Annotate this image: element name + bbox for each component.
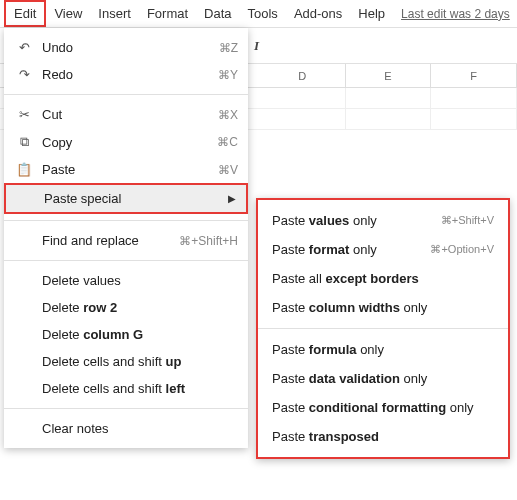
paste-data-validation[interactable]: Paste data validation only	[258, 364, 508, 393]
sub-label: Paste conditional formatting only	[272, 400, 494, 415]
col-header[interactable]: D	[260, 64, 346, 87]
menu-delete-column[interactable]: Delete column G	[4, 321, 248, 348]
tb: format	[309, 242, 349, 257]
sub-label: Paste column widths only	[272, 300, 494, 315]
shortcut: ⌘V	[218, 163, 238, 177]
cell[interactable]	[431, 88, 517, 108]
separator	[4, 94, 248, 95]
menu-label: Clear notes	[34, 421, 238, 436]
shortcut: ⌘Y	[218, 68, 238, 82]
menu-undo[interactable]: ↶ Undo ⌘Z	[4, 34, 248, 61]
menu-cut[interactable]: ✂ Cut ⌘X	[4, 101, 248, 128]
separator	[4, 260, 248, 261]
t: only	[349, 213, 376, 228]
tb: transposed	[309, 429, 379, 444]
menu-delete-shift-left[interactable]: Delete cells and shift left	[4, 375, 248, 402]
menu-label: Find and replace	[34, 233, 179, 248]
tb: values	[309, 213, 349, 228]
sub-label: Paste format only	[272, 242, 430, 257]
col-header[interactable]: E	[346, 64, 432, 87]
menu-view[interactable]: View	[46, 2, 90, 25]
t: Paste all	[272, 271, 325, 286]
shortcut: ⌘+Shift+H	[179, 234, 238, 248]
paste-conditional-formatting[interactable]: Paste conditional formatting only	[258, 393, 508, 422]
edit-dropdown: ↶ Undo ⌘Z ↷ Redo ⌘Y ✂ Cut ⌘X ⧉ Copy ⌘C 📋…	[4, 28, 248, 448]
t: Paste	[272, 429, 309, 444]
text-bold: up	[166, 354, 182, 369]
t: Paste	[272, 342, 309, 357]
tb: formula	[309, 342, 357, 357]
text-bold: column G	[83, 327, 143, 342]
menu-find-replace[interactable]: Find and replace ⌘+Shift+H	[4, 227, 248, 254]
paste-column-widths[interactable]: Paste column widths only	[258, 293, 508, 322]
tb: column widths	[309, 300, 400, 315]
t: Paste	[272, 300, 309, 315]
text: Delete cells and shift	[42, 354, 166, 369]
menu-edit[interactable]: Edit	[4, 0, 46, 27]
menu-data[interactable]: Data	[196, 2, 239, 25]
undo-icon: ↶	[14, 40, 34, 55]
menu-label: Delete values	[34, 273, 238, 288]
text: Delete cells and shift	[42, 381, 166, 396]
sub-label: Paste formula only	[272, 342, 494, 357]
t: only	[400, 300, 427, 315]
cell[interactable]	[431, 109, 517, 129]
paste-except-borders[interactable]: Paste all except borders	[258, 264, 508, 293]
separator	[4, 408, 248, 409]
cell[interactable]	[260, 88, 346, 108]
copy-icon: ⧉	[14, 134, 34, 150]
cell[interactable]	[346, 88, 432, 108]
t: Paste	[272, 371, 309, 386]
shortcut: ⌘+Shift+V	[441, 214, 494, 227]
menu-addons[interactable]: Add-ons	[286, 2, 350, 25]
italic-button[interactable]: I	[248, 36, 265, 56]
paste-format-only[interactable]: Paste format only ⌘+Option+V	[258, 235, 508, 264]
t: only	[349, 242, 376, 257]
submenu-arrow-icon: ▶	[228, 193, 236, 204]
menu-delete-values[interactable]: Delete values	[4, 267, 248, 294]
shortcut: ⌘+Option+V	[430, 243, 494, 256]
paste-transposed[interactable]: Paste transposed	[258, 422, 508, 451]
paste-formula-only[interactable]: Paste formula only	[258, 335, 508, 364]
menu-format[interactable]: Format	[139, 2, 196, 25]
cell[interactable]	[346, 109, 432, 129]
cut-icon: ✂	[14, 107, 34, 122]
paste-special-submenu: Paste values only ⌘+Shift+V Paste format…	[256, 198, 510, 459]
menu-label: Cut	[34, 107, 218, 122]
menu-redo[interactable]: ↷ Redo ⌘Y	[4, 61, 248, 88]
menu-delete-shift-up[interactable]: Delete cells and shift up	[4, 348, 248, 375]
menu-clear-notes[interactable]: Clear notes	[4, 415, 248, 442]
redo-icon: ↷	[14, 67, 34, 82]
col-header[interactable]: F	[431, 64, 517, 87]
menu-help[interactable]: Help	[350, 2, 393, 25]
menu-label: Delete column G	[34, 327, 238, 342]
menu-insert[interactable]: Insert	[90, 2, 139, 25]
menu-label: Paste	[34, 162, 218, 177]
text-bold: left	[166, 381, 186, 396]
menu-delete-row[interactable]: Delete row 2	[4, 294, 248, 321]
menu-paste[interactable]: 📋 Paste ⌘V	[4, 156, 248, 183]
shortcut: ⌘C	[217, 135, 238, 149]
tb: conditional formatting	[309, 400, 446, 415]
t: Paste	[272, 400, 309, 415]
paste-icon: 📋	[14, 162, 34, 177]
menu-tools[interactable]: Tools	[240, 2, 286, 25]
menu-label: Copy	[34, 135, 217, 150]
sub-label: Paste transposed	[272, 429, 494, 444]
paste-values-only[interactable]: Paste values only ⌘+Shift+V	[258, 206, 508, 235]
sub-label: Paste all except borders	[272, 271, 494, 286]
menu-paste-special[interactable]: Paste special ▶	[4, 183, 248, 214]
last-edit-link[interactable]: Last edit was 2 days	[401, 7, 510, 21]
menu-copy[interactable]: ⧉ Copy ⌘C	[4, 128, 248, 156]
shortcut: ⌘X	[218, 108, 238, 122]
t: only	[400, 371, 427, 386]
menu-label: Paste special	[36, 191, 228, 206]
text: Delete	[42, 327, 83, 342]
text-bold: row 2	[83, 300, 117, 315]
cell[interactable]	[260, 109, 346, 129]
tb: except borders	[325, 271, 418, 286]
separator	[4, 220, 248, 221]
menu-label: Undo	[34, 40, 219, 55]
separator	[258, 328, 508, 329]
menu-label: Redo	[34, 67, 218, 82]
